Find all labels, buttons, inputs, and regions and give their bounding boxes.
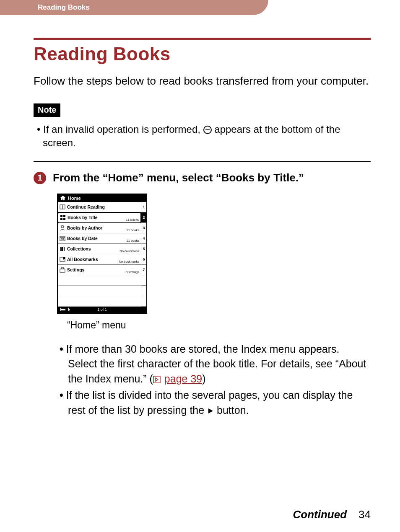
step-instruction: From the “Home” menu, select “Books by T…	[53, 171, 304, 185]
books-icon	[60, 246, 65, 252]
home-icon	[60, 196, 65, 200]
empty-row	[58, 296, 141, 307]
menu-item-settings[interactable]: Settings 8 settings	[58, 265, 141, 275]
menu-item-collections[interactable]: Collections No collections	[58, 244, 141, 254]
device-statusbar: 1 of 1	[58, 307, 146, 313]
menu-meta: 11 books	[127, 228, 139, 232]
menu-meta: 11 books	[126, 218, 139, 222]
person-icon	[60, 225, 65, 231]
step-1: 1 From the “Home” menu, select “Books by…	[34, 171, 371, 185]
bullet-text: If more than 30 books are stored, the In…	[66, 343, 366, 385]
continued-label: Continued	[293, 508, 347, 521]
svg-rect-7	[63, 218, 65, 220]
menu-label: Continue Reading	[67, 204, 139, 209]
page-indicator: 1 of 1	[97, 307, 107, 312]
device-titlebar: Home	[58, 194, 146, 202]
svg-rect-18	[153, 376, 160, 383]
bookmark-icon	[60, 256, 65, 262]
side-num[interactable]: 2	[141, 212, 146, 223]
body-bullet: If the list is divided into the several …	[57, 388, 371, 418]
note-badge: Note	[34, 103, 60, 117]
section-divider	[34, 161, 371, 162]
side-num[interactable]: 5	[141, 244, 146, 254]
side-num-empty	[141, 296, 146, 307]
bullet-post: button.	[214, 404, 249, 416]
svg-rect-5	[63, 215, 65, 217]
calendar-icon: 28	[60, 235, 65, 241]
svg-rect-1	[205, 129, 210, 130]
page-ref-icon	[153, 376, 161, 383]
page-link[interactable]: page 39	[164, 373, 202, 385]
title-rule	[34, 38, 371, 40]
menu-item-books-by-title[interactable]: Books by Title 11 books	[57, 212, 141, 223]
side-num[interactable]: 7	[141, 265, 146, 275]
device-screenshot: Home Continue Reading Books by Title 11 …	[57, 194, 371, 314]
screenshot-caption: “Home” menu	[67, 320, 371, 331]
body-bullet: If more than 30 books are stored, the In…	[57, 342, 371, 387]
play-icon	[207, 408, 214, 414]
note-item: If an invalid operation is performed, ap…	[34, 123, 371, 150]
menu-item-continue-reading[interactable]: Continue Reading	[58, 202, 141, 212]
menu-meta: 8 settings	[126, 270, 139, 274]
battery-icon	[60, 308, 69, 311]
body-bullet-list: If more than 30 books are stored, the In…	[57, 342, 371, 418]
bullet-post: )	[202, 373, 205, 385]
menu-item-all-bookmarks[interactable]: All Bookmarks No bookmarks	[58, 254, 141, 265]
grid-icon	[60, 214, 66, 220]
menu-meta: No bookmarks	[119, 260, 139, 263]
svg-rect-4	[60, 215, 62, 217]
svg-rect-13	[62, 247, 63, 251]
page-footer: Continued 34	[293, 508, 371, 521]
svg-point-8	[61, 225, 64, 228]
menu-item-books-by-author[interactable]: Books by Author 11 books	[58, 223, 141, 233]
side-num[interactable]: 6	[141, 254, 146, 265]
menu-item-books-by-date[interactable]: 28 Books by Date 11 books	[58, 233, 141, 244]
note-text-pre: If an invalid operation is performed,	[43, 124, 203, 135]
side-num-empty	[141, 286, 146, 296]
svg-rect-12	[60, 247, 62, 251]
intro-text: Follow the steps below to read books tra…	[34, 74, 371, 88]
svg-rect-6	[60, 218, 62, 220]
toolbox-icon	[60, 267, 65, 273]
page-title: Reading Books	[34, 44, 371, 65]
note-list: If an invalid operation is performed, ap…	[34, 123, 371, 150]
empty-row	[58, 275, 141, 286]
device-number-sidebar: 1 2 3 4 5 6 7	[141, 202, 146, 307]
step-number-badge: 1	[34, 172, 46, 184]
page-number: 34	[358, 508, 371, 521]
menu-meta: 11 books	[127, 239, 139, 243]
menu-meta: No collections	[119, 249, 139, 253]
book-open-icon	[60, 204, 65, 210]
side-num-empty	[141, 275, 146, 286]
empty-row	[58, 286, 141, 296]
svg-rect-17	[61, 268, 64, 269]
device-title: Home	[68, 196, 81, 201]
svg-text:28: 28	[61, 238, 64, 240]
svg-rect-14	[64, 247, 65, 251]
caution-icon	[203, 126, 212, 134]
side-num[interactable]: 4	[141, 233, 146, 244]
breadcrumb-text: Reading Books	[38, 3, 90, 12]
svg-rect-16	[60, 269, 65, 272]
header-breadcrumb: Reading Books	[0, 0, 268, 15]
side-num[interactable]: 1	[141, 202, 146, 212]
side-num[interactable]: 3	[141, 223, 146, 233]
